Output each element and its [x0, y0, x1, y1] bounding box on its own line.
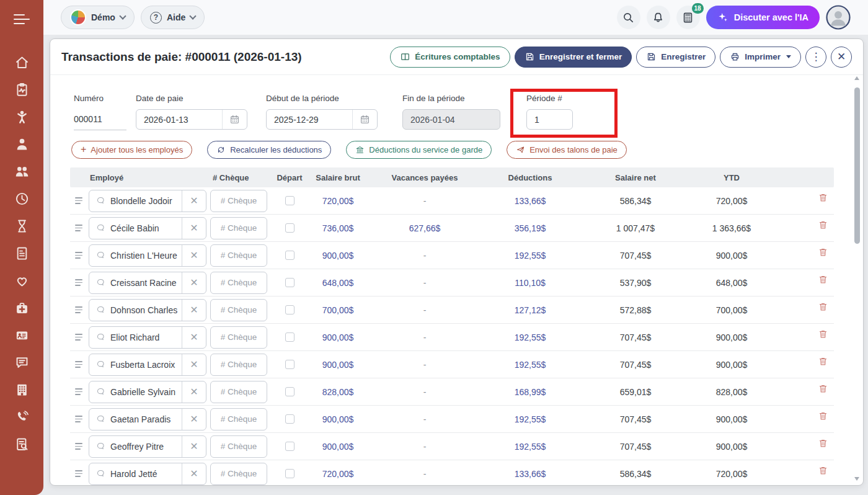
- comment-icon[interactable]: [95, 386, 106, 397]
- deductions-value[interactable]: 127,12$: [480, 305, 580, 315]
- team-icon[interactable]: [14, 164, 30, 180]
- drag-handle[interactable]: [75, 470, 87, 477]
- employee-field[interactable]: Fusberta Lacroix ✕: [89, 354, 206, 376]
- drag-handle[interactable]: [75, 361, 87, 368]
- hamburger-menu-icon[interactable]: [14, 11, 30, 27]
- print-button[interactable]: Imprimer: [720, 47, 801, 68]
- comment-icon[interactable]: [95, 277, 106, 288]
- clipboard-report-icon[interactable]: [14, 82, 30, 98]
- employee-field[interactable]: Eliot Richard ✕: [89, 326, 206, 349]
- save-and-close-button[interactable]: Enregistrer et fermer: [515, 47, 632, 68]
- hourglass-icon[interactable]: [14, 218, 30, 234]
- salaire-brut-value[interactable]: 900,00$: [307, 251, 369, 261]
- deductions-value[interactable]: 192,55$: [480, 414, 580, 424]
- depart-checkbox[interactable]: [285, 332, 294, 342]
- cheque-number-input[interactable]: [210, 435, 267, 458]
- deductions-value[interactable]: 192,55$: [480, 360, 580, 370]
- daycare-deductions-button[interactable]: Déductions du service de garde: [346, 141, 492, 159]
- deductions-value[interactable]: 192,55$: [480, 332, 580, 342]
- cheque-number-input[interactable]: [210, 463, 267, 485]
- clear-employee-button[interactable]: ✕: [182, 327, 206, 348]
- clear-employee-button[interactable]: ✕: [182, 463, 206, 484]
- comment-icon[interactable]: [95, 223, 106, 233]
- drag-handle[interactable]: [75, 197, 87, 204]
- salaire-brut-value[interactable]: 648,00$: [307, 278, 369, 288]
- salaire-brut-value[interactable]: 720,00$: [307, 469, 369, 479]
- depart-checkbox[interactable]: [285, 251, 294, 260]
- comment-icon[interactable]: [95, 332, 106, 342]
- accounting-entries-button[interactable]: Écritures comptables: [390, 47, 510, 68]
- medical-kit-icon[interactable]: [14, 300, 30, 316]
- employee-field[interactable]: Christien L'Heure ✕: [89, 244, 206, 267]
- cheque-number-input[interactable]: [210, 326, 267, 349]
- avatar[interactable]: [826, 5, 851, 30]
- clear-employee-button[interactable]: ✕: [182, 354, 206, 375]
- salaire-brut-value[interactable]: 736,00$: [307, 223, 369, 233]
- depart-checkbox[interactable]: [285, 469, 294, 478]
- depart-checkbox[interactable]: [285, 442, 294, 451]
- comment-icon[interactable]: [95, 468, 106, 479]
- comment-icon[interactable]: [95, 250, 106, 261]
- comment-icon[interactable]: [95, 305, 106, 315]
- invoice-icon[interactable]: [14, 246, 30, 262]
- clear-employee-button[interactable]: ✕: [182, 409, 206, 430]
- depart-checkbox[interactable]: [285, 223, 294, 233]
- periode-num-input[interactable]: [526, 109, 573, 130]
- recalculate-deductions-button[interactable]: Recalculer les déductions: [207, 141, 331, 159]
- cheque-number-input[interactable]: [210, 408, 267, 430]
- messages-icon[interactable]: [14, 355, 30, 371]
- document-search-icon[interactable]: [14, 437, 30, 453]
- deductions-value[interactable]: 133,66$: [480, 469, 580, 479]
- deductions-value[interactable]: 110,10$: [480, 278, 580, 288]
- delete-row-icon[interactable]: [818, 301, 828, 312]
- employee-field[interactable]: Gabrielle Sylvain ✕: [89, 381, 206, 403]
- phone-icon[interactable]: [14, 409, 30, 426]
- employee-field[interactable]: Blondelle Jodoir ✕: [89, 190, 206, 212]
- close-button[interactable]: ✕: [831, 47, 852, 68]
- calendar-icon[interactable]: [222, 110, 247, 129]
- deductions-value[interactable]: 133,66$: [480, 196, 580, 206]
- clear-employee-button[interactable]: ✕: [182, 381, 206, 403]
- id-card-icon[interactable]: [14, 328, 30, 344]
- vertical-scrollbar[interactable]: [853, 74, 861, 483]
- salaire-brut-value[interactable]: 900,00$: [307, 442, 369, 452]
- cheque-number-input[interactable]: [210, 381, 267, 403]
- building-icon[interactable]: [14, 382, 30, 398]
- employee-field[interactable]: Harold Jetté ✕: [89, 463, 206, 485]
- send-pay-stubs-button[interactable]: Envoi des talons de paie: [507, 141, 627, 159]
- vacances-payees-value[interactable]: 627,66$: [369, 223, 480, 233]
- delete-row-icon[interactable]: [818, 465, 828, 476]
- drag-handle[interactable]: [75, 443, 87, 450]
- employee-field[interactable]: Cécile Babin ✕: [89, 217, 206, 239]
- employee-field[interactable]: Creissant Racine ✕: [89, 272, 206, 294]
- cheque-number-input[interactable]: [210, 299, 267, 321]
- company-switcher[interactable]: Démo: [61, 6, 135, 29]
- salaire-brut-value[interactable]: 900,00$: [307, 360, 369, 370]
- salaire-brut-value[interactable]: 700,00$: [307, 305, 369, 315]
- delete-row-icon[interactable]: [818, 247, 828, 257]
- employee-icon[interactable]: [14, 136, 30, 153]
- help-menu[interactable]: ? Aide: [141, 6, 205, 29]
- depart-checkbox[interactable]: [285, 196, 294, 205]
- salaire-brut-value[interactable]: 900,00$: [307, 332, 369, 342]
- child-icon[interactable]: [14, 109, 30, 125]
- clear-employee-button[interactable]: ✕: [182, 436, 206, 457]
- deductions-value[interactable]: 192,55$: [480, 251, 580, 261]
- debut-periode-input[interactable]: [267, 115, 352, 125]
- employee-field[interactable]: Gaetan Paradis ✕: [89, 408, 206, 430]
- cheque-number-input[interactable]: [210, 244, 267, 267]
- drag-handle[interactable]: [75, 416, 87, 422]
- cheque-number-input[interactable]: [210, 217, 267, 239]
- comment-icon[interactable]: [95, 195, 106, 206]
- delete-row-icon[interactable]: [818, 274, 828, 285]
- delete-row-icon[interactable]: [818, 438, 828, 448]
- employee-field[interactable]: Geoffrey Pitre ✕: [89, 435, 206, 458]
- delete-row-icon[interactable]: [818, 220, 828, 230]
- add-all-employees-button[interactable]: + Ajouter tous les employés: [71, 141, 192, 159]
- depart-checkbox[interactable]: [285, 387, 294, 396]
- comment-icon[interactable]: [95, 414, 106, 424]
- notifications-button[interactable]: [647, 6, 670, 29]
- save-button[interactable]: Enregistrer: [636, 47, 715, 68]
- drag-handle[interactable]: [75, 279, 87, 286]
- delete-row-icon[interactable]: [818, 192, 828, 203]
